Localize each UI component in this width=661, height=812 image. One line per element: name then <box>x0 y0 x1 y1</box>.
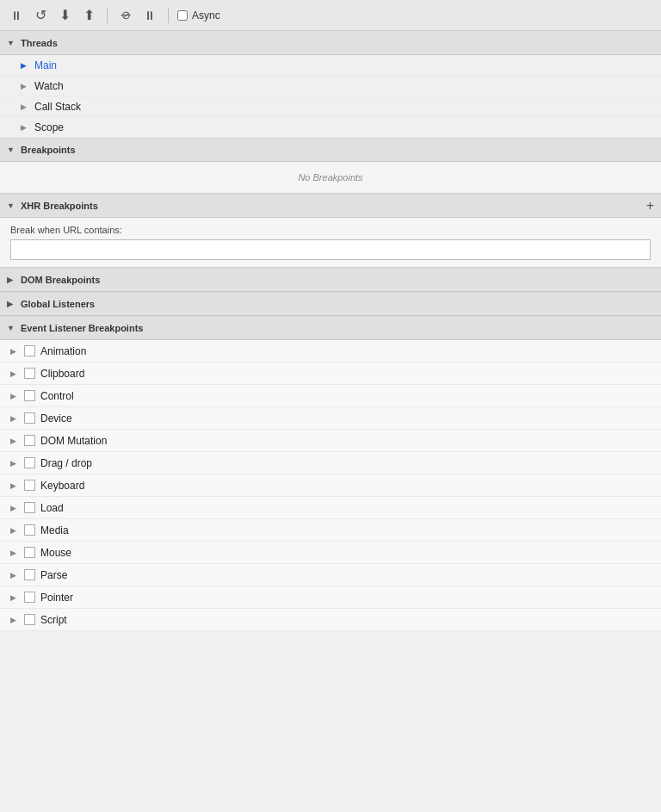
event-item-checkbox-12[interactable] <box>24 614 35 625</box>
event-item-checkbox-9[interactable] <box>24 547 35 558</box>
event-item-2[interactable]: Control <box>0 385 661 407</box>
thread-scope[interactable]: Scope <box>0 117 661 138</box>
event-item-checkbox-0[interactable] <box>24 345 35 356</box>
thread-watch[interactable]: Watch <box>0 76 661 96</box>
event-item-arrow-6 <box>10 481 21 490</box>
global-listeners-section-header[interactable]: Global Listeners <box>0 292 661 316</box>
event-item-label-10: Parse <box>40 569 67 581</box>
xhr-input-area: Break when URL contains: <box>0 218 661 268</box>
breakpoints-arrow <box>7 146 17 154</box>
event-item-6[interactable]: Keyboard <box>0 474 661 497</box>
deactivate-icon[interactable]: ⊘ <box>116 6 135 25</box>
event-item-arrow-2 <box>10 392 21 400</box>
pause-icon[interactable]: ⏸ <box>7 6 26 25</box>
dom-breakpoints-label: DOM Breakpoints <box>21 275 100 285</box>
main-arrow <box>21 61 31 70</box>
event-item-arrow-10 <box>10 571 21 580</box>
event-item-label-5: Drag / drop <box>40 457 92 469</box>
event-item-checkbox-5[interactable] <box>24 457 35 468</box>
async-toggle[interactable]: Async <box>177 9 220 22</box>
watch-arrow <box>21 82 31 90</box>
event-item-label-12: Script <box>40 614 67 626</box>
global-arrow <box>7 300 17 308</box>
event-item-label-2: Control <box>40 390 74 402</box>
thread-callstack[interactable]: Call Stack <box>0 96 661 117</box>
thread-scope-label: Scope <box>34 121 64 133</box>
event-item-label-3: Device <box>40 412 72 425</box>
event-listener-breakpoints-section-header[interactable]: Event Listener Breakpoints <box>0 316 661 340</box>
event-item-checkbox-2[interactable] <box>24 390 35 401</box>
thread-main[interactable]: Main <box>0 55 661 76</box>
separator-2 <box>168 8 169 23</box>
xhr-url-input[interactable] <box>10 239 651 260</box>
event-item-checkbox-3[interactable] <box>24 412 35 424</box>
callstack-arrow <box>21 102 31 111</box>
event-item-arrow-11 <box>10 593 21 602</box>
event-item-0[interactable]: Animation <box>0 340 661 363</box>
event-item-arrow-12 <box>10 616 21 624</box>
event-item-arrow-9 <box>10 549 21 557</box>
event-item-checkbox-10[interactable] <box>24 569 35 580</box>
threads-section-header[interactable]: Threads <box>0 31 661 55</box>
event-item-label-7: Load <box>40 502 64 514</box>
dom-breakpoints-section-header[interactable]: DOM Breakpoints <box>0 268 661 292</box>
pause-on-exception-icon[interactable]: ⏸ <box>140 6 159 25</box>
debugger-panel: ⏸ ↺ ⬇ ⬆ ⊘ ⏸ Async Threads Main Watch Cal… <box>0 0 661 631</box>
global-listeners-label: Global Listeners <box>21 299 95 309</box>
event-item-5[interactable]: Drag / drop <box>0 452 661 474</box>
event-item-arrow-1 <box>10 369 21 378</box>
event-item-11[interactable]: Pointer <box>0 586 661 609</box>
event-item-12[interactable]: Script <box>0 609 661 631</box>
event-item-checkbox-4[interactable] <box>24 435 35 446</box>
xhr-arrow <box>7 201 17 210</box>
xhr-add-button[interactable]: + <box>646 199 654 213</box>
event-item-7[interactable]: Load <box>0 497 661 519</box>
toolbar: ⏸ ↺ ⬇ ⬆ ⊘ ⏸ Async <box>0 0 661 31</box>
event-item-8[interactable]: Media <box>0 519 661 542</box>
event-item-arrow-0 <box>10 347 21 356</box>
breakpoints-label: Breakpoints <box>21 145 76 155</box>
event-item-arrow-7 <box>10 504 21 512</box>
event-item-label-8: Media <box>40 524 69 536</box>
event-item-arrow-8 <box>10 526 21 535</box>
dom-arrow <box>7 276 17 284</box>
thread-main-label: Main <box>34 59 57 71</box>
step-over-icon[interactable]: ⬇ <box>55 6 74 25</box>
async-checkbox[interactable] <box>177 10 188 21</box>
event-item-checkbox-6[interactable] <box>24 480 35 491</box>
event-arrow <box>7 324 17 332</box>
event-item-4[interactable]: DOM Mutation <box>0 430 661 452</box>
breakpoints-section-header[interactable]: Breakpoints <box>0 138 661 162</box>
event-item-1[interactable]: Clipboard <box>0 363 661 385</box>
step-into-icon[interactable]: ⬆ <box>79 6 98 25</box>
event-item-arrow-5 <box>10 459 21 468</box>
xhr-breakpoints-section-header[interactable]: XHR Breakpoints + <box>0 194 661 218</box>
scope-arrow <box>21 123 31 132</box>
threads-label: Threads <box>21 38 58 48</box>
threads-arrow <box>7 39 17 47</box>
xhr-url-label: Break when URL contains: <box>10 225 651 235</box>
event-item-checkbox-7[interactable] <box>24 502 35 513</box>
event-item-arrow-4 <box>10 437 21 445</box>
event-item-label-9: Mouse <box>40 547 71 559</box>
event-item-label-1: Clipboard <box>40 368 84 380</box>
no-breakpoints-text: No Breakpoints <box>0 162 661 194</box>
event-item-10[interactable]: Parse <box>0 564 661 586</box>
event-item-9[interactable]: Mouse <box>0 542 661 564</box>
event-item-label-0: Animation <box>40 345 86 357</box>
resume-icon[interactable]: ↺ <box>31 6 50 25</box>
event-item-label-11: Pointer <box>40 592 73 604</box>
event-listener-breakpoints-label: Event Listener Breakpoints <box>21 323 143 333</box>
async-label-text: Async <box>192 9 220 22</box>
event-item-3[interactable]: Device <box>0 407 661 430</box>
event-item-label-6: Keyboard <box>40 480 84 492</box>
event-item-checkbox-11[interactable] <box>24 592 35 603</box>
event-items-container: AnimationClipboardControlDeviceDOM Mutat… <box>0 340 661 631</box>
xhr-breakpoints-label: XHR Breakpoints <box>21 201 98 211</box>
thread-watch-label: Watch <box>34 80 64 92</box>
thread-callstack-label: Call Stack <box>34 101 81 113</box>
event-item-arrow-3 <box>10 414 21 423</box>
event-item-checkbox-1[interactable] <box>24 368 35 379</box>
separator-1 <box>107 8 108 23</box>
event-item-checkbox-8[interactable] <box>24 524 35 536</box>
